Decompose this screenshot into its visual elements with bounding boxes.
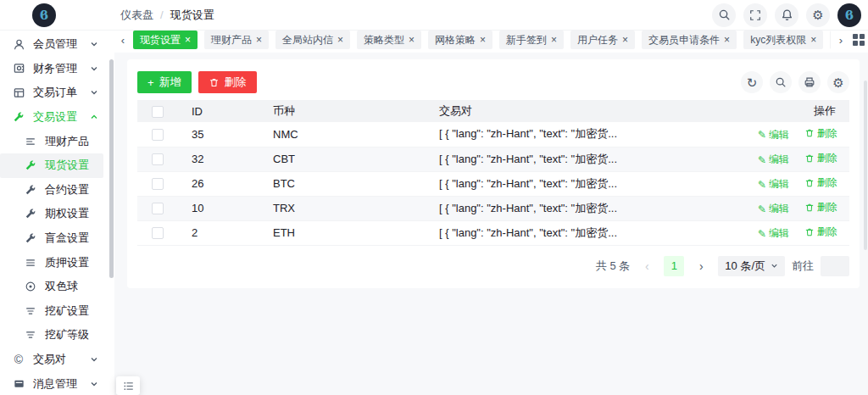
close-icon[interactable]: × bbox=[337, 34, 343, 46]
message-icon bbox=[12, 377, 25, 390]
table-header-row: ID 币种 交易对 操作 bbox=[137, 100, 849, 122]
tabs-scroll-left-icon[interactable]: ‹ bbox=[116, 34, 130, 47]
column-header-id: ID bbox=[178, 100, 259, 122]
sort-lines-icon bbox=[24, 305, 37, 317]
edit-link[interactable]: ✎编辑 bbox=[758, 226, 789, 241]
row-checkbox[interactable] bbox=[152, 227, 164, 239]
sidebar-item-blindbox-settings[interactable]: 盲盒设置 bbox=[0, 226, 103, 251]
tab-wealth-products[interactable]: 理财产品 × bbox=[204, 31, 269, 49]
chevron-down-icon bbox=[90, 40, 98, 48]
close-icon[interactable]: × bbox=[810, 34, 816, 46]
sidebar-item-spot-settings[interactable]: 现货设置 bbox=[0, 153, 103, 178]
breadcrumb-dashboard[interactable]: 仪表盘 bbox=[120, 8, 153, 23]
close-icon[interactable]: × bbox=[480, 34, 486, 46]
sidebar-item-message-management[interactable]: 消息管理 bbox=[0, 371, 103, 395]
cell-pair: [ { "lang": "zh-Hant", "text": "加密货... bbox=[426, 196, 744, 220]
add-button[interactable]: + 新增 bbox=[137, 71, 192, 93]
sidebar-item-trading-pairs[interactable]: © 交易对 bbox=[0, 348, 103, 372]
edit-link[interactable]: ✎编辑 bbox=[758, 202, 789, 216]
sidebar-item-mining-settings[interactable]: 挖矿设置 bbox=[0, 299, 103, 324]
tab-strategy-type[interactable]: 策略类型 × bbox=[357, 31, 421, 49]
sidebar-item-pledge-settings[interactable]: 质押设置 bbox=[0, 250, 103, 275]
cell-pair: [ { "lang": "zh-Hant", "text": "加密货... bbox=[426, 171, 744, 196]
printer-icon[interactable] bbox=[798, 71, 821, 93]
pagination: 共 5 条 ‹ 1 › 10 条/页 前往 bbox=[137, 256, 849, 276]
user-icon bbox=[12, 38, 25, 51]
column-settings-gear-icon[interactable]: ⚙ bbox=[827, 71, 849, 93]
prev-page-icon[interactable]: ‹ bbox=[637, 256, 657, 276]
page-size-select[interactable]: 10 条/页 bbox=[718, 256, 785, 276]
floating-list-widget[interactable] bbox=[116, 376, 140, 395]
cell-id: 26 bbox=[178, 171, 259, 196]
sidebar-item-mining-levels[interactable]: 挖矿等级 bbox=[0, 323, 103, 348]
select-all-checkbox[interactable] bbox=[152, 106, 164, 118]
sidebar-item-trade-orders[interactable]: 交易订单 bbox=[0, 81, 103, 105]
sidebar-item-trade-settings[interactable]: 交易设置 bbox=[0, 105, 103, 130]
close-icon[interactable]: × bbox=[622, 34, 628, 46]
order-table-icon bbox=[12, 86, 25, 99]
close-icon[interactable]: × bbox=[185, 34, 191, 46]
delete-link[interactable]: 删除 bbox=[804, 126, 837, 141]
user-avatar[interactable]: ϐ bbox=[837, 3, 861, 27]
refresh-icon[interactable]: ↻ bbox=[741, 71, 763, 93]
sidebar-item-member-management[interactable]: 会员管理 bbox=[0, 32, 103, 57]
table-toolbar: + 新增 删除 ↻ bbox=[137, 71, 849, 93]
tab-trader-apply-conditions[interactable]: 交易员申请条件 × bbox=[642, 31, 737, 49]
wrench-icon bbox=[24, 208, 37, 220]
sidebar-item-finance-management[interactable]: 财务管理 bbox=[0, 57, 103, 81]
settings-gear-icon[interactable]: ⚙ bbox=[806, 3, 830, 27]
tabs-scroll-right-icon[interactable]: › bbox=[834, 34, 848, 47]
tab-bar: ‹ 现货设置 × 理财产品 × 全局站内信 × 策略类型 × bbox=[114, 31, 868, 53]
sidebar-item-wealth-products[interactable]: 理财产品 bbox=[0, 129, 103, 153]
search-icon[interactable] bbox=[712, 3, 736, 27]
pencil-icon: ✎ bbox=[758, 203, 766, 215]
wrench-icon bbox=[12, 111, 25, 123]
tab-newbie-checkin[interactable]: 新手签到 × bbox=[499, 31, 564, 49]
close-icon[interactable]: × bbox=[409, 34, 415, 46]
tab-global-site-message[interactable]: 全局站内信 × bbox=[275, 31, 350, 49]
row-checkbox[interactable] bbox=[152, 153, 164, 165]
close-icon[interactable]: × bbox=[724, 34, 730, 46]
edit-link[interactable]: ✎编辑 bbox=[758, 177, 789, 192]
fullscreen-icon[interactable] bbox=[743, 3, 767, 27]
tab-kyc-list-permission[interactable]: kyc列表权限 × bbox=[743, 31, 823, 49]
next-page-icon[interactable]: › bbox=[691, 256, 711, 276]
cell-pair: [ { "lang": "zh-Hant", "text": "加密货... bbox=[426, 220, 744, 245]
notification-bell-icon[interactable] bbox=[775, 3, 798, 27]
tabs-menu-grid-icon[interactable] bbox=[853, 34, 865, 46]
page-scrollbar-thumb[interactable] bbox=[864, 81, 867, 250]
search-icon[interactable] bbox=[770, 71, 792, 93]
cell-coin: CBT bbox=[259, 147, 426, 171]
sidebar-item-double-color-ball[interactable]: 双色球 bbox=[0, 275, 103, 299]
tab-deposit-details[interactable]: 充值明细 × bbox=[830, 31, 831, 49]
sidebar-item-options-settings[interactable]: 期权设置 bbox=[0, 202, 103, 226]
trash-icon bbox=[804, 128, 815, 138]
close-icon[interactable]: × bbox=[551, 34, 557, 46]
pencil-icon: ✎ bbox=[758, 129, 766, 141]
chevron-down-icon bbox=[90, 380, 98, 388]
breadcrumb: 仪表盘 / 现货设置 bbox=[120, 8, 214, 23]
delete-link[interactable]: 删除 bbox=[804, 200, 837, 214]
tab-grid-strategy[interactable]: 网格策略 × bbox=[428, 31, 492, 49]
tab-spot-settings[interactable]: 现货设置 × bbox=[133, 31, 198, 49]
cell-id: 2 bbox=[178, 220, 259, 245]
delete-button[interactable]: 删除 bbox=[198, 71, 257, 93]
sidebar-item-contract-settings[interactable]: 合约设置 bbox=[0, 178, 103, 203]
row-checkbox[interactable] bbox=[152, 129, 164, 141]
header-actions: ⚙ ϐ bbox=[712, 3, 863, 27]
row-checkbox[interactable] bbox=[152, 178, 164, 190]
goto-page-input[interactable] bbox=[821, 256, 849, 276]
tab-user-tasks[interactable]: 用户任务 × bbox=[570, 31, 635, 49]
delete-link[interactable]: 删除 bbox=[804, 225, 837, 239]
sidebar-scrollbar-thumb[interactable] bbox=[109, 59, 114, 278]
page-number-1[interactable]: 1 bbox=[664, 256, 684, 276]
table-row: 2 ETH [ { "lang": "zh-Hant", "text": "加密… bbox=[137, 220, 849, 245]
close-icon[interactable]: × bbox=[256, 34, 262, 46]
logo-glyph: ϐ bbox=[40, 8, 48, 23]
edit-link[interactable]: ✎编辑 bbox=[758, 153, 789, 167]
edit-link[interactable]: ✎编辑 bbox=[758, 128, 789, 142]
row-checkbox[interactable] bbox=[152, 203, 164, 214]
cell-id: 35 bbox=[178, 122, 259, 147]
delete-link[interactable]: 删除 bbox=[804, 151, 837, 165]
delete-link[interactable]: 删除 bbox=[804, 175, 837, 190]
